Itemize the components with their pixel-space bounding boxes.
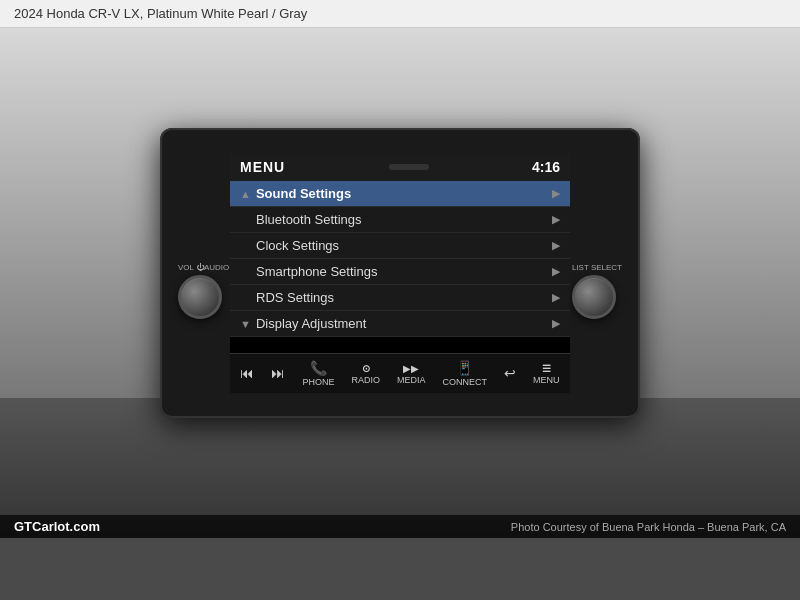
menu-icon: ☰ [542,363,551,374]
prev-track-icon: ⏮ [240,365,254,381]
car-info-label: 2024 Honda CR-V LX, Platinum White Pearl… [14,6,307,21]
top-bar: 2024 Honda CR-V LX, Platinum White Pearl… [0,0,800,28]
back-icon: ↩ [504,365,516,381]
media-button[interactable]: ▶▶ MEDIA [393,361,430,387]
menu-item-bluetooth-settings[interactable]: Bluetooth Settings ▶ [230,207,570,233]
radio-label: RADIO [351,375,380,385]
screen-header: MENU 4:16 [230,153,570,181]
arrow-right-icon-6: ▶ [552,317,560,330]
prev-track-button[interactable]: ⏮ [236,363,258,384]
vol-knob[interactable] [178,275,222,319]
arrow-right-icon-1: ▶ [552,187,560,200]
arrow-right-icon-5: ▶ [552,291,560,304]
menu-button[interactable]: ☰ MENU [529,361,564,387]
connect-label: CONNECT [442,377,487,387]
screen-menu-title: MENU [240,159,285,175]
connect-icon: 📱 [456,360,473,376]
menu-list: ▲ Sound Settings ▶ Bluetooth Settings ▶ … [230,181,570,337]
screen-time: 4:16 [532,159,560,175]
car-area: VOL ⏻AUDIO LIST SELECT MENU 4:16 ▲ Sound… [0,28,800,538]
smartphone-settings-label: Smartphone Settings [256,264,377,279]
infotainment-unit: VOL ⏻AUDIO LIST SELECT MENU 4:16 ▲ Sound… [160,128,640,418]
list-select-label: LIST SELECT [572,263,622,272]
media-icon: ▶▶ [403,363,419,374]
down-arrow-icon: ▼ [240,318,251,330]
clock-settings-label: Clock Settings [256,238,339,253]
screen-indicator-bar [389,164,429,170]
menu-item-rds-settings[interactable]: RDS Settings ▶ [230,285,570,311]
bottom-watermark: GTCarlot.com Photo Courtesy of Buena Par… [0,515,800,538]
phone-button[interactable]: 📞 PHONE [298,358,338,389]
select-knob[interactable] [572,275,616,319]
next-track-icon: ⏭ [271,365,285,381]
menu-item-clock-settings[interactable]: Clock Settings ▶ [230,233,570,259]
back-button[interactable]: ↩ [500,363,520,384]
bottom-buttons-row: ⏮ ⏭ 📞 PHONE ⊙ RADIO ▶▶ MEDIA 📱 CONNECT [230,353,570,393]
radio-button[interactable]: ⊙ RADIO [347,361,384,387]
vol-audio-label: VOL ⏻AUDIO [178,263,229,272]
infotainment-screen: MENU 4:16 ▲ Sound Settings ▶ Bluetooth S… [230,153,570,353]
arrow-right-icon-4: ▶ [552,265,560,278]
phone-icon: 📞 [310,360,327,376]
rds-settings-label: RDS Settings [256,290,334,305]
media-label: MEDIA [397,375,426,385]
bluetooth-settings-label: Bluetooth Settings [256,212,362,227]
phone-label: PHONE [302,377,334,387]
up-arrow-icon: ▲ [240,188,251,200]
menu-item-sound-settings[interactable]: ▲ Sound Settings ▶ [230,181,570,207]
connect-button[interactable]: 📱 CONNECT [438,358,491,389]
menu-item-smartphone-settings[interactable]: Smartphone Settings ▶ [230,259,570,285]
left-knob-area: VOL ⏻AUDIO [178,263,229,319]
photo-credit: Photo Courtesy of Buena Park Honda – Bue… [511,521,786,533]
menu-label: MENU [533,375,560,385]
gtcarlot-logo: GTCarlot.com [14,519,100,534]
sound-settings-label: Sound Settings [256,186,351,201]
display-adjustment-label: Display Adjustment [256,316,367,331]
arrow-right-icon-3: ▶ [552,239,560,252]
menu-item-display-adjustment[interactable]: ▼ Display Adjustment ▶ [230,311,570,337]
right-knob-area: LIST SELECT [572,263,622,319]
arrow-right-icon-2: ▶ [552,213,560,226]
next-track-button[interactable]: ⏭ [267,363,289,384]
radio-icon: ⊙ [362,363,370,374]
